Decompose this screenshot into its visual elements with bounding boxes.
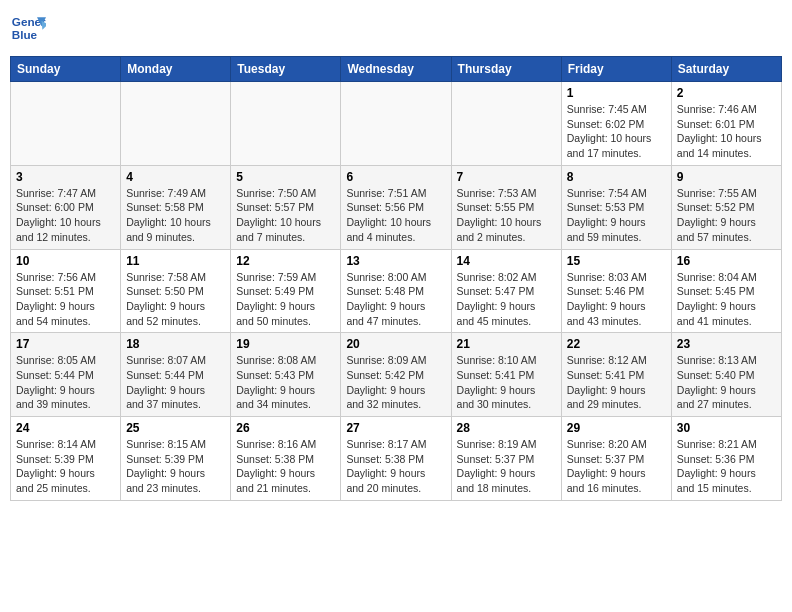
day-number: 30 — [677, 421, 776, 435]
day-header-friday: Friday — [561, 57, 671, 82]
day-header-sunday: Sunday — [11, 57, 121, 82]
calendar-day-3: 3Sunrise: 7:47 AM Sunset: 6:00 PM Daylig… — [11, 165, 121, 249]
day-number: 1 — [567, 86, 666, 100]
day-number: 11 — [126, 254, 225, 268]
calendar-day-14: 14Sunrise: 8:02 AM Sunset: 5:47 PM Dayli… — [451, 249, 561, 333]
logo-icon: General Blue — [10, 10, 46, 46]
calendar-day-28: 28Sunrise: 8:19 AM Sunset: 5:37 PM Dayli… — [451, 417, 561, 501]
day-number: 15 — [567, 254, 666, 268]
day-info: Sunrise: 8:15 AM Sunset: 5:39 PM Dayligh… — [126, 437, 225, 496]
day-info: Sunrise: 7:46 AM Sunset: 6:01 PM Dayligh… — [677, 102, 776, 161]
calendar-day-12: 12Sunrise: 7:59 AM Sunset: 5:49 PM Dayli… — [231, 249, 341, 333]
day-number: 4 — [126, 170, 225, 184]
day-info: Sunrise: 8:07 AM Sunset: 5:44 PM Dayligh… — [126, 353, 225, 412]
day-number: 16 — [677, 254, 776, 268]
calendar-day-2: 2Sunrise: 7:46 AM Sunset: 6:01 PM Daylig… — [671, 82, 781, 166]
day-info: Sunrise: 8:08 AM Sunset: 5:43 PM Dayligh… — [236, 353, 335, 412]
calendar-day-13: 13Sunrise: 8:00 AM Sunset: 5:48 PM Dayli… — [341, 249, 451, 333]
day-info: Sunrise: 8:19 AM Sunset: 5:37 PM Dayligh… — [457, 437, 556, 496]
day-number: 3 — [16, 170, 115, 184]
day-number: 12 — [236, 254, 335, 268]
day-info: Sunrise: 7:54 AM Sunset: 5:53 PM Dayligh… — [567, 186, 666, 245]
day-number: 25 — [126, 421, 225, 435]
day-number: 5 — [236, 170, 335, 184]
calendar-day-26: 26Sunrise: 8:16 AM Sunset: 5:38 PM Dayli… — [231, 417, 341, 501]
day-number: 10 — [16, 254, 115, 268]
calendar-day-22: 22Sunrise: 8:12 AM Sunset: 5:41 PM Dayli… — [561, 333, 671, 417]
day-info: Sunrise: 8:03 AM Sunset: 5:46 PM Dayligh… — [567, 270, 666, 329]
page-header: General Blue — [10, 10, 782, 46]
day-info: Sunrise: 7:59 AM Sunset: 5:49 PM Dayligh… — [236, 270, 335, 329]
calendar-day-4: 4Sunrise: 7:49 AM Sunset: 5:58 PM Daylig… — [121, 165, 231, 249]
day-number: 22 — [567, 337, 666, 351]
calendar-day-29: 29Sunrise: 8:20 AM Sunset: 5:37 PM Dayli… — [561, 417, 671, 501]
day-info: Sunrise: 7:55 AM Sunset: 5:52 PM Dayligh… — [677, 186, 776, 245]
empty-day — [11, 82, 121, 166]
day-info: Sunrise: 7:47 AM Sunset: 6:00 PM Dayligh… — [16, 186, 115, 245]
calendar-table: SundayMondayTuesdayWednesdayThursdayFrid… — [10, 56, 782, 501]
day-number: 6 — [346, 170, 445, 184]
logo: General Blue — [10, 10, 46, 46]
day-info: Sunrise: 8:04 AM Sunset: 5:45 PM Dayligh… — [677, 270, 776, 329]
empty-day — [231, 82, 341, 166]
calendar-week-row: 3Sunrise: 7:47 AM Sunset: 6:00 PM Daylig… — [11, 165, 782, 249]
calendar-day-23: 23Sunrise: 8:13 AM Sunset: 5:40 PM Dayli… — [671, 333, 781, 417]
calendar-day-7: 7Sunrise: 7:53 AM Sunset: 5:55 PM Daylig… — [451, 165, 561, 249]
calendar-day-24: 24Sunrise: 8:14 AM Sunset: 5:39 PM Dayli… — [11, 417, 121, 501]
day-number: 21 — [457, 337, 556, 351]
calendar-week-row: 24Sunrise: 8:14 AM Sunset: 5:39 PM Dayli… — [11, 417, 782, 501]
day-number: 29 — [567, 421, 666, 435]
day-number: 18 — [126, 337, 225, 351]
day-info: Sunrise: 8:02 AM Sunset: 5:47 PM Dayligh… — [457, 270, 556, 329]
day-info: Sunrise: 7:49 AM Sunset: 5:58 PM Dayligh… — [126, 186, 225, 245]
day-info: Sunrise: 7:50 AM Sunset: 5:57 PM Dayligh… — [236, 186, 335, 245]
day-info: Sunrise: 8:05 AM Sunset: 5:44 PM Dayligh… — [16, 353, 115, 412]
calendar-day-19: 19Sunrise: 8:08 AM Sunset: 5:43 PM Dayli… — [231, 333, 341, 417]
day-number: 23 — [677, 337, 776, 351]
calendar-day-20: 20Sunrise: 8:09 AM Sunset: 5:42 PM Dayli… — [341, 333, 451, 417]
calendar-day-9: 9Sunrise: 7:55 AM Sunset: 5:52 PM Daylig… — [671, 165, 781, 249]
day-number: 7 — [457, 170, 556, 184]
day-number: 2 — [677, 86, 776, 100]
calendar-day-27: 27Sunrise: 8:17 AM Sunset: 5:38 PM Dayli… — [341, 417, 451, 501]
day-info: Sunrise: 8:00 AM Sunset: 5:48 PM Dayligh… — [346, 270, 445, 329]
day-number: 8 — [567, 170, 666, 184]
day-info: Sunrise: 8:17 AM Sunset: 5:38 PM Dayligh… — [346, 437, 445, 496]
day-info: Sunrise: 8:21 AM Sunset: 5:36 PM Dayligh… — [677, 437, 776, 496]
day-header-thursday: Thursday — [451, 57, 561, 82]
calendar-week-row: 17Sunrise: 8:05 AM Sunset: 5:44 PM Dayli… — [11, 333, 782, 417]
day-info: Sunrise: 7:51 AM Sunset: 5:56 PM Dayligh… — [346, 186, 445, 245]
empty-day — [121, 82, 231, 166]
calendar-day-5: 5Sunrise: 7:50 AM Sunset: 5:57 PM Daylig… — [231, 165, 341, 249]
day-number: 24 — [16, 421, 115, 435]
day-number: 26 — [236, 421, 335, 435]
svg-text:Blue: Blue — [12, 28, 38, 41]
calendar-day-21: 21Sunrise: 8:10 AM Sunset: 5:41 PM Dayli… — [451, 333, 561, 417]
day-header-wednesday: Wednesday — [341, 57, 451, 82]
day-number: 28 — [457, 421, 556, 435]
day-info: Sunrise: 7:58 AM Sunset: 5:50 PM Dayligh… — [126, 270, 225, 329]
calendar-day-10: 10Sunrise: 7:56 AM Sunset: 5:51 PM Dayli… — [11, 249, 121, 333]
empty-day — [451, 82, 561, 166]
day-info: Sunrise: 7:56 AM Sunset: 5:51 PM Dayligh… — [16, 270, 115, 329]
day-info: Sunrise: 7:45 AM Sunset: 6:02 PM Dayligh… — [567, 102, 666, 161]
day-number: 13 — [346, 254, 445, 268]
day-info: Sunrise: 8:12 AM Sunset: 5:41 PM Dayligh… — [567, 353, 666, 412]
calendar-week-row: 10Sunrise: 7:56 AM Sunset: 5:51 PM Dayli… — [11, 249, 782, 333]
day-header-monday: Monday — [121, 57, 231, 82]
day-number: 20 — [346, 337, 445, 351]
calendar-day-11: 11Sunrise: 7:58 AM Sunset: 5:50 PM Dayli… — [121, 249, 231, 333]
calendar-header-row: SundayMondayTuesdayWednesdayThursdayFrid… — [11, 57, 782, 82]
calendar-day-16: 16Sunrise: 8:04 AM Sunset: 5:45 PM Dayli… — [671, 249, 781, 333]
calendar-day-17: 17Sunrise: 8:05 AM Sunset: 5:44 PM Dayli… — [11, 333, 121, 417]
calendar-day-25: 25Sunrise: 8:15 AM Sunset: 5:39 PM Dayli… — [121, 417, 231, 501]
day-info: Sunrise: 8:20 AM Sunset: 5:37 PM Dayligh… — [567, 437, 666, 496]
day-number: 19 — [236, 337, 335, 351]
calendar-day-18: 18Sunrise: 8:07 AM Sunset: 5:44 PM Dayli… — [121, 333, 231, 417]
day-info: Sunrise: 8:10 AM Sunset: 5:41 PM Dayligh… — [457, 353, 556, 412]
day-info: Sunrise: 7:53 AM Sunset: 5:55 PM Dayligh… — [457, 186, 556, 245]
day-number: 17 — [16, 337, 115, 351]
day-info: Sunrise: 8:14 AM Sunset: 5:39 PM Dayligh… — [16, 437, 115, 496]
day-info: Sunrise: 8:16 AM Sunset: 5:38 PM Dayligh… — [236, 437, 335, 496]
day-info: Sunrise: 8:13 AM Sunset: 5:40 PM Dayligh… — [677, 353, 776, 412]
